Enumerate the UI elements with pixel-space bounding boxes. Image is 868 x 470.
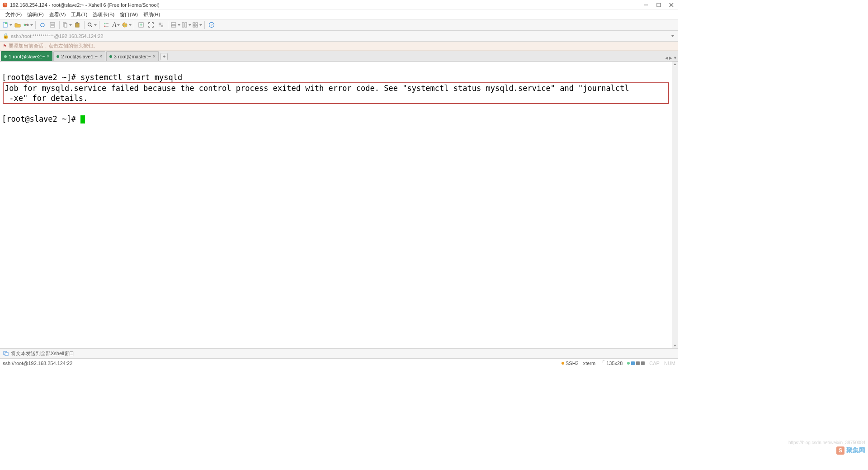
tab-master[interactable]: 3 root@master:~ × <box>106 51 159 61</box>
fullscreen-icon[interactable] <box>146 20 156 29</box>
svg-rect-6 <box>5 22 7 24</box>
status-num: NUM <box>664 361 675 366</box>
help-icon[interactable]: ? <box>207 20 216 29</box>
svg-rect-32 <box>171 23 176 24</box>
broadcast-icon <box>3 350 9 357</box>
svg-point-24 <box>123 24 124 24</box>
lock-icon: 🔒 <box>3 33 9 39</box>
svg-rect-16 <box>75 23 79 27</box>
tab-slave1[interactable]: 2 root@slave1:~ × <box>53 51 105 61</box>
window-title: 192.168.254.124 - root@slave2:~ - Xshell… <box>10 2 643 8</box>
status-ssh: SSH2 <box>561 361 579 366</box>
command-text: systemctl start mysqld <box>80 73 182 82</box>
error-highlight: Job for mysqld.service failed because th… <box>3 82 669 104</box>
minimize-button[interactable] <box>643 2 649 8</box>
svg-rect-37 <box>196 23 198 24</box>
script-icon[interactable] <box>137 20 146 29</box>
prompt: [root@slave2 ~]# <box>2 114 80 123</box>
close-icon[interactable]: × <box>99 54 102 59</box>
svg-rect-38 <box>193 25 195 27</box>
address-text: ssh://root:***********@192.168.254.124:2… <box>11 33 670 39</box>
svg-text:?: ? <box>211 23 213 27</box>
status-dot-icon <box>109 55 112 58</box>
status-dot-icon <box>57 55 59 58</box>
palette-icon[interactable] <box>122 20 132 29</box>
tab-prev-icon[interactable]: ◀ <box>665 56 668 60</box>
menu-edit[interactable]: 编辑(E) <box>24 10 47 19</box>
window-titlebar: 192.168.254.124 - root@slave2:~ - Xshell… <box>0 0 678 10</box>
font-icon[interactable]: A <box>112 20 121 29</box>
status-bar: ssh://root@192.168.254.124:22 SSH2 xterm… <box>0 358 678 367</box>
menu-window[interactable]: 窗口(W) <box>117 10 141 19</box>
prompt: [root@slave2 ~]# <box>2 73 80 82</box>
hint-text: 要添加当前会话，点击左侧的箭头按钮。 <box>9 43 98 49</box>
svg-rect-43 <box>5 352 8 356</box>
scroll-up-icon[interactable] <box>672 62 678 67</box>
status-term: xterm <box>583 361 596 366</box>
menu-bar: 文件(F) 编辑(E) 查看(V) 工具(T) 选项卡(B) 窗口(W) 帮助(… <box>0 10 678 19</box>
open-session-icon[interactable] <box>13 20 22 29</box>
new-session-icon[interactable] <box>2 20 12 29</box>
svg-rect-15 <box>64 24 67 27</box>
svg-rect-28 <box>159 23 161 25</box>
ssh-dot-icon <box>561 362 564 365</box>
close-button[interactable] <box>668 2 675 8</box>
indicator-icon <box>636 361 640 365</box>
svg-point-18 <box>88 23 91 26</box>
address-bar[interactable]: 🔒 ssh://root:***********@192.168.254.124… <box>0 31 678 42</box>
status-indicators <box>627 361 645 365</box>
tab-label: 3 root@master:~ <box>114 54 151 59</box>
window-controls <box>643 2 675 8</box>
menu-help[interactable]: 帮助(H) <box>141 10 163 19</box>
separator-icon <box>84 21 85 29</box>
menu-view[interactable]: 查看(V) <box>47 10 69 19</box>
separator-icon <box>99 21 99 29</box>
broadcast-label: 将文本发送到全部Xshell窗口 <box>11 350 74 357</box>
indicator-icon <box>627 362 630 365</box>
indicator-icon <box>641 361 645 365</box>
separator-icon <box>168 21 168 29</box>
reconnect-icon[interactable] <box>38 20 47 29</box>
error-line: -xe" for details. <box>5 94 88 103</box>
svg-point-25 <box>123 25 124 26</box>
copy-icon[interactable] <box>62 20 72 29</box>
menu-file[interactable]: 文件(F) <box>3 10 24 19</box>
close-icon[interactable]: × <box>153 54 156 59</box>
properties-icon[interactable] <box>48 20 57 29</box>
menu-tabs[interactable]: 选项卡(B) <box>90 10 117 19</box>
close-icon[interactable]: × <box>47 54 50 59</box>
svg-rect-39 <box>196 25 198 27</box>
error-line: Job for mysqld.service failed because th… <box>5 84 629 93</box>
tab-slave2[interactable]: 1 root@slave2:~ × <box>1 51 52 61</box>
separator-icon <box>59 21 60 29</box>
tab-list-icon[interactable]: ▼ <box>673 56 677 60</box>
separator-icon <box>134 21 134 29</box>
svg-rect-36 <box>193 23 195 24</box>
svg-rect-34 <box>182 23 184 27</box>
paste-icon[interactable] <box>73 20 82 29</box>
tile-horizontal-icon[interactable] <box>170 20 180 29</box>
flag-icon: ⚑ <box>3 43 7 48</box>
address-dropdown-icon[interactable] <box>670 33 675 39</box>
disconnect-icon[interactable] <box>23 20 33 29</box>
terminal-content[interactable]: [root@slave2 ~]# systemctl start mysqld … <box>0 62 672 135</box>
tab-label: 1 root@slave2:~ <box>9 54 45 59</box>
tabs-nav: ◀ ▶ ▼ <box>665 56 677 60</box>
svg-line-19 <box>91 26 92 27</box>
add-tab-button[interactable]: + <box>160 53 168 60</box>
menu-tools[interactable]: 工具(T) <box>68 10 90 19</box>
tab-next-icon[interactable]: ▶ <box>669 56 672 60</box>
indicator-icon <box>631 361 635 365</box>
tile-vertical-icon[interactable] <box>181 20 191 29</box>
scroll-down-icon[interactable] <box>672 343 678 348</box>
terminal-area[interactable]: [root@slave2 ~]# systemctl start mysqld … <box>0 62 678 348</box>
tab-label: 2 root@slave1:~ <box>61 54 98 59</box>
maximize-button[interactable] <box>656 2 662 8</box>
tile-grid-icon[interactable] <box>192 20 202 29</box>
broadcast-bar[interactable]: 将文本发送到全部Xshell窗口 <box>0 348 678 358</box>
search-icon[interactable] <box>87 20 97 29</box>
toggle-icon[interactable] <box>102 20 111 29</box>
svg-rect-30 <box>161 23 163 25</box>
transparency-icon[interactable] <box>156 20 165 29</box>
status-caps: CAP <box>649 361 660 366</box>
